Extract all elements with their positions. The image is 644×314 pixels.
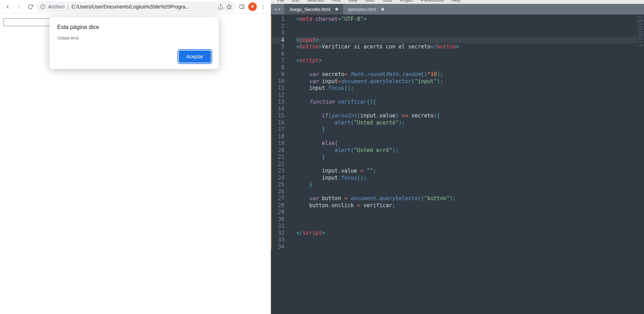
accept-button[interactable]: Aceptar <box>179 51 211 63</box>
svg-marker-4 <box>227 4 231 9</box>
fold-column <box>287 14 292 314</box>
dialog-message: Usted erró <box>57 35 211 41</box>
editor-window: FileEditSelectionFindViewGotoToolsProjec… <box>271 0 644 314</box>
share-icon[interactable] <box>218 4 224 10</box>
tab-ejemplos-html[interactable]: ejemplos.html <box>343 4 389 14</box>
svg-point-8 <box>263 6 263 7</box>
alert-dialog: Esta página dice Usted erró Aceptar <box>50 17 219 69</box>
line-gutter: 1234567891011121314151617181920212223242… <box>272 14 287 314</box>
menu-preferences[interactable]: Preferences <box>421 0 444 3</box>
dirty-dot-icon <box>381 8 384 11</box>
git-marks <box>271 14 272 314</box>
bookmark-star-icon[interactable] <box>226 4 232 10</box>
omnibox-label: Archivo <box>48 4 65 10</box>
tab-history-nav[interactable] <box>271 4 284 14</box>
back-button[interactable] <box>3 2 13 12</box>
dirty-dot-icon <box>335 8 338 11</box>
omnibox-url: C:/Users/User/Documents/Logica%20de%20Pr… <box>71 4 215 10</box>
reload-button[interactable] <box>25 2 35 12</box>
menu-file[interactable]: File <box>277 0 284 3</box>
profile-avatar[interactable]: R <box>248 2 257 11</box>
kebab-menu-icon[interactable] <box>258 2 268 12</box>
svg-point-7 <box>263 5 263 5</box>
dialog-title: Esta página dice <box>57 24 211 30</box>
minimap[interactable] <box>637 14 644 314</box>
panel-icon[interactable] <box>237 2 247 12</box>
menu-find[interactable]: Find <box>332 0 340 3</box>
menu-goto[interactable]: Goto <box>365 0 375 3</box>
svg-rect-5 <box>240 5 244 8</box>
address-bar[interactable]: Archivo | C:/Users/User/Documents/Logica… <box>37 1 236 12</box>
menu-tools[interactable]: Tools <box>382 0 392 3</box>
code-area[interactable]: <meta charset="UTF-8"> <input><button>Ve… <box>292 14 637 314</box>
menu-project[interactable]: Project <box>400 0 413 3</box>
svg-point-9 <box>263 8 263 8</box>
editor-menubar[interactable]: FileEditSelectionFindViewGotoToolsProjec… <box>271 0 644 4</box>
forward-button[interactable] <box>14 2 24 12</box>
menu-view[interactable]: View <box>348 0 358 3</box>
code-editor[interactable]: 1234567891011121314151617181920212223242… <box>271 14 644 314</box>
menu-selection[interactable]: Selection <box>307 0 324 3</box>
menu-help[interactable]: Help <box>452 0 460 3</box>
info-icon <box>40 4 45 9</box>
chrome-window: Archivo | C:/Users/User/Documents/Logica… <box>0 0 271 314</box>
editor-tabbar: Juego_Secreto.htmlejemplos.html <box>271 4 644 14</box>
menu-edit[interactable]: Edit <box>292 0 299 3</box>
tab-juego_secreto-html[interactable]: Juego_Secreto.html <box>284 4 343 14</box>
chrome-toolbar: Archivo | C:/Users/User/Documents/Logica… <box>0 0 271 13</box>
